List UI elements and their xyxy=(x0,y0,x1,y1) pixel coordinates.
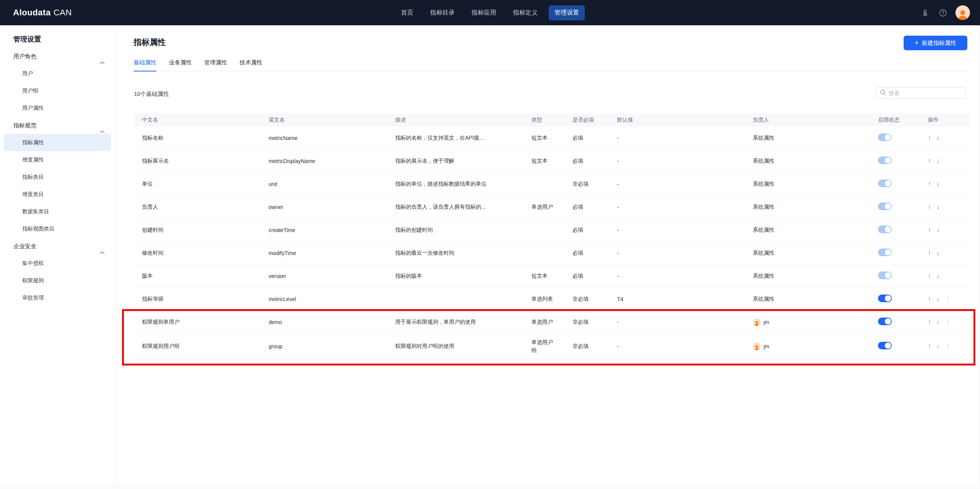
owner-name: 系统属性 xyxy=(753,296,774,303)
move-down-icon[interactable]: ↓ xyxy=(937,204,940,210)
cell-enabled-status xyxy=(869,156,919,165)
owner-avatar xyxy=(753,342,761,350)
move-down-icon[interactable]: ↓ xyxy=(937,319,940,325)
nav-item-metric-apps[interactable]: 指标应用 xyxy=(466,5,502,20)
cell-en-name: group xyxy=(260,343,387,349)
move-up-icon[interactable]: ↑ xyxy=(928,296,931,302)
cell-type: 短文本 xyxy=(523,134,564,142)
sidebar-item-metric-attributes[interactable]: 指标属性 xyxy=(4,134,111,151)
col-header-type: 类型 xyxy=(523,117,564,123)
tab-management-attributes[interactable]: 管理属性 xyxy=(204,59,227,72)
tab-technical-attributes[interactable]: 技术属性 xyxy=(239,59,262,72)
attribute-count: 10个基础属性 xyxy=(134,91,169,98)
stamp-icon[interactable] xyxy=(920,8,930,18)
move-down-icon[interactable]: ↓ xyxy=(937,296,940,302)
help-icon[interactable] xyxy=(938,8,948,18)
sidebar-item-users[interactable]: 用户 xyxy=(4,65,111,82)
cell-actions: ↑ ↓ xyxy=(919,250,969,256)
table-header: 中文名 英文名 描述 类型 是否必填 默认值 负责人 启用状态 操作 xyxy=(134,114,969,127)
move-up-icon[interactable]: ↑ xyxy=(928,204,931,210)
attributes-table: 中文名 英文名 描述 类型 是否必填 默认值 负责人 启用状态 操作 指标名称 … xyxy=(134,114,969,359)
more-actions-icon[interactable]: ⋮ xyxy=(945,296,951,302)
move-down-icon[interactable]: ↓ xyxy=(937,250,940,256)
nav-item-metric-catalog[interactable]: 指标目录 xyxy=(424,5,460,20)
tab-business-attributes[interactable]: 业务属性 xyxy=(169,59,192,72)
nav-item-metric-definition[interactable]: 指标定义 xyxy=(507,5,543,20)
owner-name: 系统属性 xyxy=(753,135,774,142)
move-up-icon[interactable]: ↑ xyxy=(928,181,931,187)
sidebar-item-approval-management[interactable]: 审批管理 xyxy=(4,289,111,306)
horizontal-scrollbar[interactable] xyxy=(0,484,980,489)
cell-type: 短文本 xyxy=(523,157,564,165)
cell-owner: 系统属性 xyxy=(744,181,869,188)
create-metric-attribute-button[interactable]: + 新建指标属性 xyxy=(904,36,967,50)
cell-enabled-status xyxy=(869,295,919,303)
cell-enabled-status xyxy=(869,226,919,234)
sidebar-section-user-roles[interactable]: 用户角色 xyxy=(0,48,115,65)
move-down-icon[interactable]: ↓ xyxy=(937,227,940,233)
cell-default: - xyxy=(609,204,744,210)
cell-type: 单选用户 xyxy=(523,203,564,211)
enable-toggle[interactable] xyxy=(878,133,892,141)
sidebar-item-metric-view-categories[interactable]: 指标视图类目 xyxy=(4,220,111,237)
cell-cn-name: 指标等级 xyxy=(134,296,260,303)
move-up-icon[interactable]: ↑ xyxy=(928,135,931,141)
enable-toggle[interactable] xyxy=(878,179,892,187)
move-down-icon[interactable]: ↓ xyxy=(937,135,940,141)
cell-required: 必填 xyxy=(564,158,609,165)
owner-name: 系统属性 xyxy=(753,250,774,257)
cell-type: 单选用户组 xyxy=(523,338,564,354)
vertical-scrollbar[interactable] xyxy=(977,25,980,489)
table-row: 指标展示名 metricDisplayName 指标的展示名，便于理解 短文本 … xyxy=(134,150,969,173)
tab-basic-attributes[interactable]: 基础属性 xyxy=(134,59,157,72)
enable-toggle[interactable] xyxy=(878,203,892,210)
sidebar-section-enterprise-security[interactable]: 企业安全 xyxy=(0,237,115,255)
move-down-icon[interactable]: ↓ xyxy=(937,158,940,164)
sidebar-section-metric-spec[interactable]: 指标规范 xyxy=(0,117,115,134)
enable-toggle[interactable] xyxy=(878,318,892,325)
search-input[interactable] xyxy=(889,90,962,96)
cell-owner: jm xyxy=(744,342,869,350)
move-down-icon[interactable]: ↓ xyxy=(937,181,940,187)
move-up-icon[interactable]: ↑ xyxy=(928,250,931,256)
move-down-icon[interactable]: ↓ xyxy=(937,343,940,349)
move-up-icon[interactable]: ↑ xyxy=(928,158,931,164)
sidebar-item-central-authorization[interactable]: 集中授权 xyxy=(4,255,111,272)
sidebar-item-user-groups[interactable]: 用户组 xyxy=(4,82,111,99)
enable-toggle[interactable] xyxy=(878,272,892,279)
nav-item-admin-settings[interactable]: 管理设置 xyxy=(549,5,585,20)
enable-toggle[interactable] xyxy=(878,249,892,256)
more-actions-icon[interactable]: ⋮ xyxy=(945,343,951,349)
cell-type xyxy=(523,227,564,233)
enable-toggle[interactable] xyxy=(878,295,892,302)
enable-toggle[interactable] xyxy=(878,226,892,233)
owner-name: 系统属性 xyxy=(753,273,774,280)
sidebar-item-dimension-categories[interactable]: 维度类目 xyxy=(4,186,111,203)
cell-cn-name: 权限规则用户组 xyxy=(134,343,260,350)
sidebar-item-permission-rules[interactable]: 权限规则 xyxy=(4,272,111,289)
page-title: 指标属性 xyxy=(134,37,166,48)
move-up-icon[interactable]: ↑ xyxy=(928,343,931,349)
owner-name: jm xyxy=(764,343,769,349)
table-row: 权限规则单用户 demo 用于展示权限规则，单用户的使用 单选用户 非必填 - … xyxy=(134,311,969,334)
move-up-icon[interactable]: ↑ xyxy=(928,273,931,279)
move-up-icon[interactable]: ↑ xyxy=(928,319,931,325)
cell-owner: 系统属性 xyxy=(744,227,869,234)
more-actions-icon[interactable]: ⋮ xyxy=(945,319,951,325)
sidebar-item-dimension-attributes[interactable]: 维度属性 xyxy=(4,151,111,168)
cell-actions: ↑ ↓ xyxy=(919,273,969,279)
sidebar-item-metric-categories[interactable]: 指标类目 xyxy=(4,168,111,186)
move-down-icon[interactable]: ↓ xyxy=(937,273,940,279)
owner-name: 系统属性 xyxy=(753,181,774,188)
user-avatar[interactable] xyxy=(955,5,970,20)
sidebar-item-user-attributes[interactable]: 用户属性 xyxy=(4,99,111,117)
sidebar-item-dataset-categories[interactable]: 数据集类目 xyxy=(4,203,111,220)
cell-default: - xyxy=(609,273,744,279)
cell-description: 指标的最近一次修改时间 xyxy=(387,250,523,257)
enable-toggle[interactable] xyxy=(878,342,892,349)
move-up-icon[interactable]: ↑ xyxy=(928,227,931,233)
enable-toggle[interactable] xyxy=(878,156,892,164)
tab-bar: 基础属性 业务属性 管理属性 技术属性 xyxy=(134,59,262,72)
nav-item-home[interactable]: 首页 xyxy=(395,5,419,20)
cell-en-name: createTime xyxy=(260,227,387,233)
